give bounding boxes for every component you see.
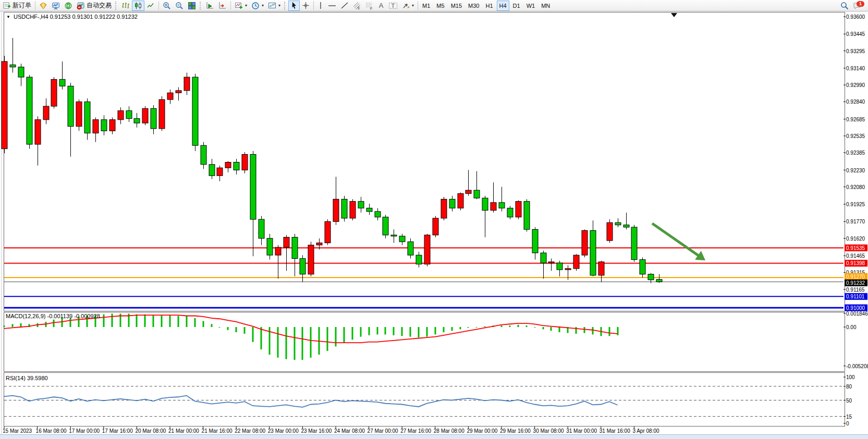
candle-body bbox=[59, 79, 65, 86]
price-axis-label: 0.93600 bbox=[846, 14, 865, 20]
macd-histogram-bar bbox=[327, 327, 328, 351]
macd-pane[interactable] bbox=[4, 312, 845, 372]
arrows-tool-button[interactable]: ▾ bbox=[400, 1, 416, 11]
candle-body bbox=[598, 262, 604, 275]
candle-body bbox=[201, 145, 206, 165]
bar-chart-button[interactable] bbox=[119, 1, 132, 11]
rsi-label: RSI(14) 39.5980 bbox=[6, 375, 48, 381]
candle-body bbox=[507, 208, 513, 217]
notifications-button[interactable]: 1 bbox=[851, 1, 864, 11]
horizontal-line-tool-button[interactable] bbox=[326, 1, 338, 11]
macd-histogram-bar bbox=[203, 321, 204, 327]
timeframe-w1-button[interactable]: W1 bbox=[524, 1, 538, 11]
vertical-line-tool-button[interactable] bbox=[315, 1, 326, 11]
price-axis-label: 0.92535 bbox=[846, 133, 865, 139]
zoom-in-button[interactable] bbox=[161, 1, 173, 11]
signals-button[interactable] bbox=[50, 1, 62, 11]
macd-histogram-bar bbox=[509, 325, 511, 327]
macd-histogram-bar bbox=[435, 327, 436, 334]
toolbar-separator bbox=[418, 1, 418, 10]
candle-body bbox=[541, 253, 546, 263]
timeframe-mn-button[interactable]: MN bbox=[539, 1, 553, 11]
candle-body bbox=[333, 199, 339, 221]
autotrading-icon bbox=[77, 2, 85, 10]
candle-body bbox=[134, 119, 140, 123]
text-label-tool-button[interactable]: T bbox=[386, 1, 400, 11]
toolbar-grip bbox=[200, 2, 202, 10]
candle-body bbox=[192, 77, 198, 145]
main-pane[interactable] bbox=[4, 12, 845, 311]
crosshair-tool-button[interactable] bbox=[300, 1, 312, 11]
text-tool-button[interactable]: A bbox=[376, 1, 386, 11]
timeframe-m30-button[interactable]: M30 bbox=[466, 1, 482, 11]
fibonacci-icon: F bbox=[365, 2, 374, 10]
macd-histogram-bar bbox=[194, 318, 196, 327]
tile-windows-icon bbox=[188, 2, 196, 10]
news-button[interactable] bbox=[62, 1, 75, 11]
macd-histogram-bar bbox=[559, 327, 560, 332]
svg-text:E: E bbox=[358, 6, 360, 9]
time-axis-label: 24 Mar 08:00 bbox=[334, 428, 365, 434]
timeframe-d1-button[interactable]: D1 bbox=[510, 1, 523, 11]
templates-button[interactable]: ▾ bbox=[266, 1, 283, 11]
candle-body bbox=[84, 102, 90, 133]
dropdown-arrow-icon: ▾ bbox=[412, 3, 414, 8]
timeframe-m15-button[interactable]: M15 bbox=[448, 1, 464, 11]
candle-body bbox=[590, 231, 596, 275]
candle-body bbox=[416, 255, 422, 264]
candle-body bbox=[76, 102, 82, 126]
search-icon bbox=[840, 2, 849, 10]
indicators-button[interactable]: ▾ bbox=[233, 1, 249, 11]
main-toolbar: 新订单 自动交易 bbox=[0, 0, 868, 11]
price-axis-label: 0.91925 bbox=[846, 202, 865, 207]
equidistant-channel-tool-button[interactable]: E bbox=[351, 1, 363, 11]
candlestick-chart-icon bbox=[134, 2, 142, 10]
market-button[interactable] bbox=[37, 1, 50, 11]
timeframe-h1-button[interactable]: H1 bbox=[483, 1, 495, 11]
rsi-pane[interactable] bbox=[4, 373, 845, 427]
time-axis-label: 3 Apr 08:00 bbox=[632, 428, 659, 434]
macd-histogram-bar bbox=[410, 327, 411, 337]
time-axis-label: 21 Mar 00:00 bbox=[168, 428, 199, 434]
tile-windows-button[interactable] bbox=[186, 1, 198, 11]
cursor-tool-button[interactable] bbox=[288, 1, 300, 11]
periods-button[interactable]: ▾ bbox=[249, 1, 266, 11]
search-button[interactable] bbox=[838, 1, 851, 11]
candle-body bbox=[631, 227, 637, 259]
candle-body bbox=[548, 262, 554, 263]
toolbar-separator bbox=[313, 1, 314, 10]
candle-body bbox=[366, 208, 372, 211]
channel-icon: E bbox=[353, 2, 361, 10]
candle-body bbox=[341, 199, 347, 218]
auto-scroll-button[interactable] bbox=[204, 1, 216, 11]
line-chart-button[interactable] bbox=[144, 1, 157, 11]
candlestick-chart-button[interactable] bbox=[132, 1, 144, 11]
macd-histogram-bar bbox=[385, 327, 386, 334]
timeframe-h4-button[interactable]: H4 bbox=[497, 1, 509, 11]
fibonacci-tool-button[interactable]: F bbox=[363, 1, 376, 11]
candle-body bbox=[151, 108, 156, 129]
time-axis-label: 27 Mar 16:00 bbox=[400, 428, 431, 434]
timeframe-m5-button[interactable]: M5 bbox=[434, 1, 447, 11]
price-badge-0.91398-text: 0.91398 bbox=[846, 260, 865, 266]
macd-histogram-bar bbox=[161, 315, 163, 327]
new-order-button[interactable]: 新订单 bbox=[1, 1, 33, 11]
trendline-tool-button[interactable] bbox=[338, 1, 351, 11]
time-axis-label: 16 Mar 08:00 bbox=[36, 428, 67, 434]
autotrading-button[interactable]: 自动交易 bbox=[75, 1, 114, 11]
chart-canvas[interactable]: ▼USDCHF-,H4 0.91253 0.91301 0.91222 0.91… bbox=[0, 0, 868, 439]
timeframe-m1-button[interactable]: M1 bbox=[420, 1, 433, 11]
macd-histogram-bar bbox=[244, 327, 246, 334]
bid-price-badge-text: 0.91232 bbox=[846, 280, 865, 286]
candle-body bbox=[573, 255, 579, 269]
chart-collapse-icon[interactable]: ▼ bbox=[6, 15, 10, 19]
zoom-out-icon bbox=[175, 2, 184, 10]
macd-histogram-bar bbox=[534, 327, 536, 328]
candle-body bbox=[10, 65, 16, 67]
zoom-out-button[interactable] bbox=[173, 1, 186, 11]
candle-body bbox=[408, 242, 413, 255]
macd-axis-label: 0.001846 bbox=[846, 311, 868, 317]
macd-histogram-bar bbox=[443, 327, 445, 332]
macd-histogram-bar bbox=[53, 320, 55, 327]
chart-shift-button[interactable] bbox=[216, 1, 229, 11]
